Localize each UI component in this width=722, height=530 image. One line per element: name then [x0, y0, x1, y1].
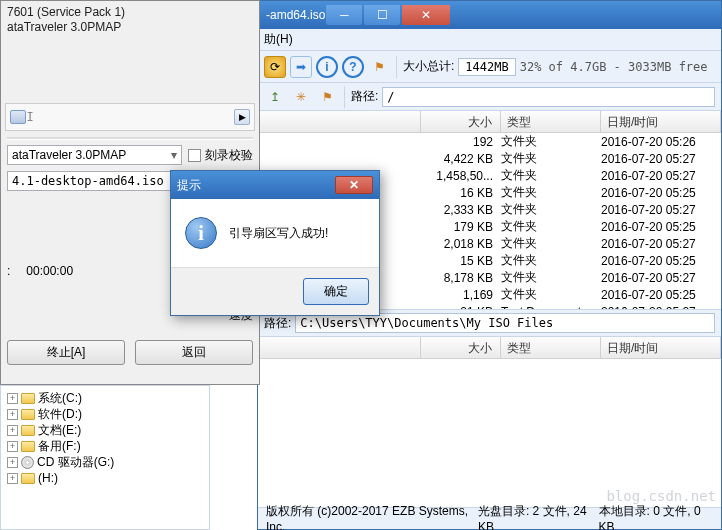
tree-expand-icon[interactable]: + — [7, 393, 18, 404]
tree-expand-icon[interactable]: + — [7, 457, 18, 468]
writer-scrollbar[interactable]: III ▶ — [5, 103, 255, 131]
disk-usage-text: 32% of 4.7GB - 3033MB free — [520, 60, 708, 74]
elapsed-value: 00:00:00 — [26, 264, 73, 278]
col2-name[interactable] — [258, 337, 421, 358]
bg-title-text: -amd64.iso — [266, 8, 325, 22]
cd-icon — [21, 456, 34, 469]
col-name[interactable] — [258, 111, 421, 132]
tree-item[interactable]: +备用(F:) — [7, 438, 203, 454]
close-button[interactable]: ✕ — [402, 5, 450, 25]
elapsed-label: : — [7, 264, 10, 278]
table-row[interactable]: 192文件夹2016-07-20 05:26 — [258, 133, 721, 150]
bg-titlebar[interactable]: -amd64.iso ─ ☐ ✕ — [258, 1, 721, 29]
drive-tree[interactable]: +系统(C:)+软件(D:)+文档(E:)+备用(F:)+CD 驱动器(G:)+… — [0, 385, 210, 530]
toolbar-icon-2[interactable]: ➡ — [290, 56, 312, 78]
toolbar-icon-1[interactable]: ⟳ — [264, 56, 286, 78]
bg-statusbar: 版权所有 (c)2002-2017 EZB Systems, Inc. 光盘目录… — [258, 507, 721, 529]
tree-expand-icon[interactable]: + — [7, 425, 18, 436]
message-dialog: 提示 ✕ i 引导扇区写入成功! 确定 — [170, 170, 380, 316]
folder-icon — [21, 441, 35, 452]
folder-icon — [21, 473, 35, 484]
tree-item[interactable]: +CD 驱动器(G:) — [7, 454, 203, 470]
table-row[interactable]: 4,422 KB文件夹2016-07-20 05:27 — [258, 150, 721, 167]
path2-input[interactable]: C:\Users\TYY\Documents\My ISO Files — [295, 313, 715, 333]
folder-icon — [21, 425, 35, 436]
col-size[interactable]: 大小 — [421, 111, 501, 132]
dialog-ok-button[interactable]: 确定 — [303, 278, 369, 305]
col-type[interactable]: 类型 — [501, 111, 601, 132]
path-label: 路径: — [351, 88, 378, 105]
status-mid: 光盘目录: 2 文件, 24 KB — [478, 503, 599, 530]
folder-icon — [21, 393, 35, 404]
drive-select[interactable]: ataTraveler 3.0PMAP ▾ — [7, 145, 182, 165]
scroll-right-icon[interactable]: ▶ — [234, 109, 250, 125]
tree-item[interactable]: +系统(C:) — [7, 390, 203, 406]
path-up-icon[interactable]: ↥ — [264, 86, 286, 108]
folder-icon — [21, 409, 35, 420]
tree-expand-icon[interactable]: + — [7, 441, 18, 452]
toolbar-icon-5[interactable]: ⚑ — [368, 56, 390, 78]
dialog-message: 引导扇区写入成功! — [229, 225, 328, 242]
dialog-title: 提示 — [177, 177, 335, 194]
path-input[interactable]: / — [382, 87, 715, 107]
col2-type[interactable]: 类型 — [501, 337, 601, 358]
status-left: 版权所有 (c)2002-2017 EZB Systems, Inc. — [266, 503, 478, 530]
minimize-button[interactable]: ─ — [326, 5, 362, 25]
bg-toolbar: ⟳ ➡ i ? ⚑ 大小总计: 1442MB 32% of 4.7GB - 30… — [258, 51, 721, 83]
writer-info-text: 7601 (Service Pack 1) ataTraveler 3.0PMA… — [1, 1, 259, 39]
size-total-label: 大小总计: — [403, 58, 454, 75]
abort-button[interactable]: 终止[A] — [7, 340, 125, 365]
tree-item[interactable]: +文档(E:) — [7, 422, 203, 438]
toolbar-help-icon[interactable]: ? — [342, 56, 364, 78]
path-new-icon[interactable]: ✳ — [290, 86, 312, 108]
scroll-thumb[interactable] — [10, 110, 26, 124]
tree-item[interactable]: +软件(D:) — [7, 406, 203, 422]
tree-expand-icon[interactable]: + — [7, 473, 18, 484]
verify-checkbox[interactable]: 刻录校验 — [188, 147, 253, 164]
toolbar-info-icon[interactable]: i — [316, 56, 338, 78]
tree-expand-icon[interactable]: + — [7, 409, 18, 420]
watermark: blog.csdn.net — [606, 488, 716, 504]
size-total-value: 1442MB — [458, 58, 515, 76]
dialog-titlebar[interactable]: 提示 ✕ — [171, 171, 379, 199]
file-list2-header: 大小 类型 日期/时间 — [258, 337, 721, 359]
file-list-header: 大小 类型 日期/时间 — [258, 111, 721, 133]
tree-item[interactable]: +(H:) — [7, 470, 203, 486]
bg-menubar: 助(H) — [258, 29, 721, 51]
info-icon: i — [185, 217, 217, 249]
bg-pathbar: ↥ ✳ ⚑ 路径: / — [258, 83, 721, 111]
menu-help[interactable]: 助(H) — [264, 31, 293, 48]
dialog-close-button[interactable]: ✕ — [335, 176, 373, 194]
path2-label: 路径: — [264, 315, 291, 332]
back-button[interactable]: 返回 — [135, 340, 253, 365]
col2-size[interactable]: 大小 — [421, 337, 501, 358]
file-list-lower[interactable] — [258, 359, 721, 489]
status-right: 本地目录: 0 文件, 0 KB — [599, 503, 713, 530]
maximize-button[interactable]: ☐ — [364, 5, 400, 25]
col-date[interactable]: 日期/时间 — [601, 111, 721, 132]
path-flag-icon[interactable]: ⚑ — [316, 86, 338, 108]
col2-date[interactable]: 日期/时间 — [601, 337, 721, 358]
